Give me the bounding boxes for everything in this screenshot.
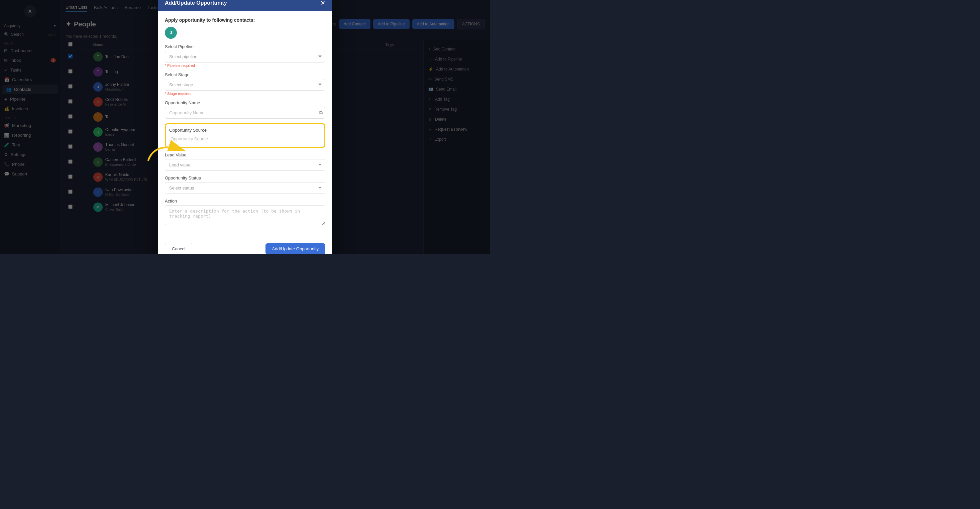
lead-value-form-group: Lead Value Lead value [165, 152, 325, 171]
stage-select[interactable]: Select stage [165, 79, 325, 90]
action-form-group: Action [165, 198, 325, 227]
pipeline-label: Select Pipeline [165, 44, 325, 49]
pipeline-error: * Pipeline required [165, 63, 325, 68]
cancel-button[interactable]: Cancel [165, 243, 192, 255]
opportunity-status-form-group: Opportunity Status Select status [165, 176, 325, 194]
stage-form-group: Select Stage Select stage * Stage requir… [165, 72, 325, 95]
opportunity-source-input[interactable] [169, 134, 321, 143]
stage-label: Select Stage [165, 72, 325, 77]
lead-value-select[interactable]: Lead value [165, 159, 325, 171]
pipeline-select[interactable]: Select pipeline [165, 51, 325, 62]
opportunity-status-label: Opportunity Status [165, 176, 325, 181]
submit-button[interactable]: Add/Update Opportunity [266, 243, 325, 254]
modal-title: Add/Update Opportunity [165, 0, 227, 6]
pipeline-form-group: Select Pipeline Select pipeline * Pipeli… [165, 44, 325, 68]
opportunity-name-input[interactable] [165, 107, 325, 119]
modal-overlay[interactable]: Add/Update Opportunity ✕ Apply opportuni… [0, 0, 490, 254]
opportunity-status-select[interactable]: Select status [165, 182, 325, 194]
modal-footer: Cancel Add/Update Opportunity [158, 238, 332, 255]
magic-icon: ⧉ [319, 110, 323, 116]
opportunity-name-label: Opportunity Name [165, 100, 325, 105]
apply-text: Apply opportunity to following contacts: [165, 17, 325, 23]
modal-close-button[interactable]: ✕ [320, 0, 325, 6]
stage-error: * Stage required [165, 92, 325, 95]
opportunity-name-form-group: Opportunity Name ⧉ [165, 100, 325, 119]
opportunity-source-label: Opportunity Source [169, 128, 321, 133]
lead-value-label: Lead Value [165, 152, 325, 157]
action-textarea[interactable] [165, 205, 325, 225]
action-label: Action [165, 198, 325, 203]
modal-header: Add/Update Opportunity ✕ [158, 0, 332, 11]
add-update-opportunity-modal: Add/Update Opportunity ✕ Apply opportuni… [158, 0, 332, 254]
opportunity-source-highlight-wrapper: Opportunity Source [165, 123, 325, 148]
modal-body: Apply opportunity to following contacts:… [158, 11, 332, 238]
contact-avatar: J [165, 27, 177, 39]
